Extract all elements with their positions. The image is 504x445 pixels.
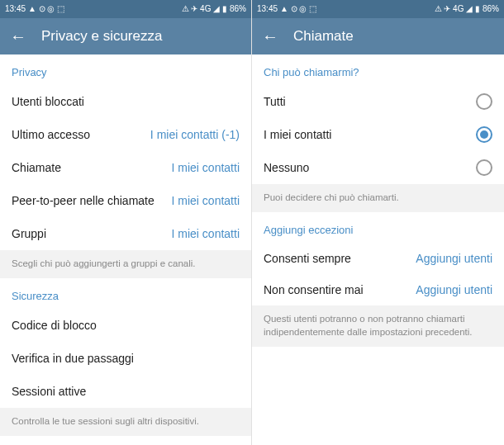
status-icons-right: ⚠ ✈ 4G ◢ ▮ [435, 5, 480, 13]
section-header-security: Sicurezza [0, 278, 251, 309]
status-icons-left: ▲ ⊙ ◎ ⬚ [28, 5, 64, 13]
info-who: Puoi decidere chi può chiamarti. [252, 184, 504, 212]
label-calls: Chiamate [12, 161, 61, 174]
row-never-allow[interactable]: Non consentire mai Aggiungi utenti [252, 274, 504, 305]
label-p2p: Peer-to-peer nelle chiamate [12, 194, 155, 207]
status-time: 13:45 [5, 5, 26, 13]
radio-row-everyone[interactable]: Tutti [252, 85, 504, 118]
status-battery: 86% [230, 5, 246, 13]
section-header-privacy: Privacy [0, 54, 251, 85]
info-sessions: Controlla le tue sessioni sugli altri di… [0, 408, 251, 436]
row-sessions[interactable]: Sessioni attive [0, 375, 251, 408]
value-calls: I miei contatti [172, 161, 240, 174]
radio-row-contacts[interactable]: I miei contatti [252, 118, 504, 151]
status-icons-left: ▲ ⊙ ◎ ⬚ [280, 5, 316, 13]
content-privacy: Privacy Utenti bloccati Ultimo accesso I… [0, 54, 251, 445]
header-title: Privacy e sicurezza [41, 28, 162, 45]
status-icons-right: ⚠ ✈ 4G ◢ ▮ [182, 5, 227, 13]
back-arrow-icon[interactable]: ← [10, 28, 26, 45]
radio-label-nobody: Nessuno [264, 161, 309, 174]
value-never: Aggiungi utenti [416, 283, 492, 296]
label-sessions: Sessioni attive [12, 385, 86, 398]
value-p2p: I miei contatti [172, 194, 240, 207]
radio-icon-selected[interactable] [476, 126, 492, 143]
status-battery: 86% [483, 5, 499, 13]
label-never: Non consentire mai [264, 283, 364, 296]
label-groups: Gruppi [12, 227, 46, 240]
info-exceptions: Questi utenti potranno o non potranno ch… [252, 305, 504, 347]
value-lastseen: I miei contatti (-1) [150, 128, 240, 141]
header-privacy: ← Privacy e sicurezza [0, 18, 251, 54]
screen-privacy-security: 13:45 ▲ ⊙ ◎ ⬚ ⚠ ✈ 4G ◢ ▮ 86% ← Privacy e… [0, 0, 252, 445]
radio-row-nobody[interactable]: Nessuno [252, 151, 504, 184]
row-groups[interactable]: Gruppi I miei contatti [0, 217, 251, 250]
row-last-seen[interactable]: Ultimo accesso I miei contatti (-1) [0, 118, 251, 151]
row-calls[interactable]: Chiamate I miei contatti [0, 151, 251, 184]
radio-icon[interactable] [476, 159, 492, 176]
label-blocked: Utenti bloccati [12, 95, 84, 108]
label-twostep: Verifica in due passaggi [12, 352, 134, 365]
info-groups: Scegli chi può aggiungerti a gruppi e ca… [0, 250, 251, 278]
status-bar: 13:45 ▲ ⊙ ◎ ⬚ ⚠ ✈ 4G ◢ ▮ 86% [252, 0, 504, 18]
row-blocked-users[interactable]: Utenti bloccati [0, 85, 251, 118]
section-header-exceptions: Aggiungi eccezioni [252, 212, 504, 243]
label-passcode: Codice di blocco [12, 319, 97, 332]
row-p2p[interactable]: Peer-to-peer nelle chiamate I miei conta… [0, 184, 251, 217]
radio-label-contacts: I miei contatti [264, 128, 331, 141]
row-twostep[interactable]: Verifica in due passaggi [0, 342, 251, 375]
label-always: Consenti sempre [264, 252, 351, 265]
value-groups: I miei contatti [172, 227, 240, 240]
row-always-allow[interactable]: Consenti sempre Aggiungi utenti [252, 243, 504, 274]
status-time: 13:45 [257, 5, 278, 13]
back-arrow-icon[interactable]: ← [262, 28, 278, 45]
status-bar: 13:45 ▲ ⊙ ◎ ⬚ ⚠ ✈ 4G ◢ ▮ 86% [0, 0, 251, 18]
content-calls: Chi può chiamarmi? Tutti I miei contatti… [252, 54, 504, 445]
value-always: Aggiungi utenti [416, 252, 492, 265]
section-header-who: Chi può chiamarmi? [252, 54, 504, 85]
label-lastseen: Ultimo accesso [12, 128, 90, 141]
header-title: Chiamate [293, 28, 354, 45]
radio-label-everyone: Tutti [264, 95, 286, 108]
radio-icon[interactable] [476, 93, 492, 110]
header-calls: ← Chiamate [252, 18, 504, 54]
row-passcode[interactable]: Codice di blocco [0, 309, 251, 342]
screen-calls: 13:45 ▲ ⊙ ◎ ⬚ ⚠ ✈ 4G ◢ ▮ 86% ← Chiamate … [252, 0, 504, 445]
